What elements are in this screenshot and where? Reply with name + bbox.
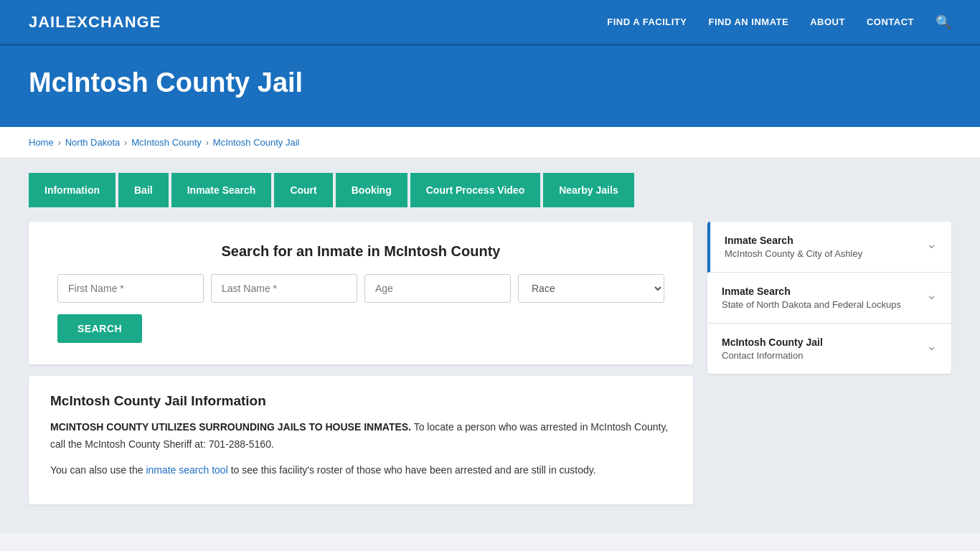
sidebar-item-contact-title: McIntosh County Jail <box>722 336 823 348</box>
main-content: Search for an Inmate in McIntosh County … <box>0 207 980 533</box>
hero-section: McIntosh County Jail <box>0 46 980 127</box>
sidebar-item-local-text: Inmate Search McIntosh County & City of … <box>725 235 862 259</box>
sidebar-item-contact-info[interactable]: McIntosh County Jail Contact Information… <box>707 324 951 374</box>
sidebar-item-contact-subtitle: Contact Information <box>722 350 823 361</box>
logo-exchange-text: EXCHANGE <box>66 13 161 32</box>
nav-contact[interactable]: CONTACT <box>867 17 914 27</box>
breadcrumb-mcintosh-county[interactable]: McIntosh County <box>131 137 202 148</box>
nav-find-inmate[interactable]: FIND AN INMATE <box>708 17 788 27</box>
info-title: McIntosh County Jail Information <box>50 393 672 409</box>
sidebar-item-contact-text: McIntosh County Jail Contact Information <box>722 336 823 361</box>
nav-about[interactable]: ABOUT <box>810 17 845 27</box>
main-nav: FIND A FACILITY FIND AN INMATE ABOUT CON… <box>607 14 951 30</box>
age-input[interactable] <box>364 274 511 303</box>
page-title: McIntosh County Jail <box>29 67 951 98</box>
search-title: Search for an Inmate in McIntosh County <box>57 243 664 260</box>
right-sidebar: Inmate Search McIntosh County & City of … <box>707 222 951 374</box>
inmate-search-card: Search for an Inmate in McIntosh County … <box>29 222 693 364</box>
nav-find-facility[interactable]: FIND A FACILITY <box>607 17 687 27</box>
last-name-input[interactable] <box>211 274 357 303</box>
breadcrumb-sep-2: › <box>124 138 127 148</box>
site-logo[interactable]: JAIL EXCHANGE <box>29 13 161 32</box>
left-column: Search for an Inmate in McIntosh County … <box>29 222 693 504</box>
info-paragraph-1: MCINTOSH COUNTY UTILIZES SURROUNDING JAI… <box>50 419 672 453</box>
breadcrumb-sep-1: › <box>58 138 61 148</box>
tabs-bar: Information Bail Inmate Search Court Boo… <box>0 159 980 207</box>
sidebar-item-state-title: Inmate Search <box>722 286 901 297</box>
info-paragraph-2-suffix: to see this facility's roster of those w… <box>228 464 596 476</box>
info-bold-notice: MCINTOSH COUNTY UTILIZES SURROUNDING JAI… <box>50 421 411 433</box>
sidebar-item-local-title: Inmate Search <box>725 235 862 246</box>
sidebar-item-state-subtitle: State of North Dakota and Federal Lockup… <box>722 299 901 310</box>
logo-jail-text: JAIL <box>29 13 66 32</box>
breadcrumb-mcintosh-jail[interactable]: McIntosh County Jail <box>213 137 300 148</box>
race-select[interactable]: Race White Black Hispanic Asian Other <box>518 274 664 303</box>
breadcrumb-bar: Home › North Dakota › McIntosh County › … <box>0 127 980 159</box>
sidebar-item-local-subtitle: McIntosh County & City of Ashley <box>725 248 862 259</box>
breadcrumb-home[interactable]: Home <box>29 137 54 148</box>
first-name-input[interactable] <box>57 274 204 303</box>
search-button[interactable]: SEARCH <box>57 314 142 343</box>
breadcrumb-north-dakota[interactable]: North Dakota <box>65 137 121 148</box>
site-header: JAIL EXCHANGE FIND A FACILITY FIND AN IN… <box>0 0 980 46</box>
tab-court[interactable]: Court <box>274 173 332 207</box>
tab-information[interactable]: Information <box>29 173 116 207</box>
jail-info-card: McIntosh County Jail Information MCINTOS… <box>29 376 693 504</box>
tab-list: Information Bail Inmate Search Court Boo… <box>29 173 951 207</box>
sidebar-item-inmate-search-state[interactable]: Inmate Search State of North Dakota and … <box>707 273 951 324</box>
sidebar-item-inmate-search-local[interactable]: Inmate Search McIntosh County & City of … <box>707 222 951 273</box>
tab-booking[interactable]: Booking <box>336 173 407 207</box>
tab-inmate-search[interactable]: Inmate Search <box>171 173 272 207</box>
search-fields: Race White Black Hispanic Asian Other <box>57 274 664 303</box>
chevron-down-icon-2: ⌄ <box>926 287 937 303</box>
search-icon[interactable]: 🔍 <box>936 14 951 30</box>
breadcrumb: Home › North Dakota › McIntosh County › … <box>29 137 951 148</box>
tab-court-process-video[interactable]: Court Process Video <box>410 173 540 207</box>
breadcrumb-sep-3: › <box>206 138 209 148</box>
info-paragraph-2: You can also use the inmate search tool … <box>50 462 672 479</box>
chevron-down-icon: ⌄ <box>926 236 937 252</box>
sidebar-item-state-text: Inmate Search State of North Dakota and … <box>722 286 901 310</box>
tab-bail[interactable]: Bail <box>118 173 169 207</box>
chevron-down-icon-3: ⌄ <box>926 338 937 354</box>
tab-nearby-jails[interactable]: Nearby Jails <box>543 173 634 207</box>
inmate-search-link[interactable]: inmate search tool <box>146 464 227 476</box>
info-paragraph-2-prefix: You can also use the <box>50 464 146 476</box>
